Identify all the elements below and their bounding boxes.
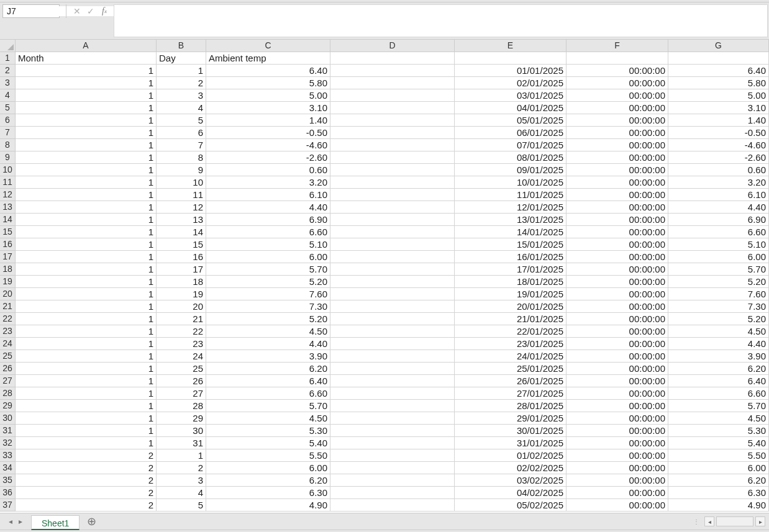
cell-A27[interactable]: 1 [16,375,157,387]
cell-B31[interactable]: 30 [157,425,206,437]
cell-F5[interactable]: 00:00:00 [567,102,668,114]
cell-A8[interactable]: 1 [16,139,157,151]
cell-B14[interactable]: 13 [157,214,206,226]
cell-F35[interactable]: 00:00:00 [567,474,668,487]
cell-F16[interactable]: 00:00:00 [567,238,668,251]
cell-B30[interactable]: 29 [157,412,206,425]
cell-F28[interactable]: 00:00:00 [567,387,668,400]
cell-A31[interactable]: 1 [16,425,157,437]
cell-G17[interactable]: 6.00 [668,251,769,263]
cell-B12[interactable]: 11 [157,189,206,201]
cell-C3[interactable]: 5.80 [206,77,330,89]
cell-C7[interactable]: -0.50 [206,127,330,139]
cell-B13[interactable]: 12 [157,201,206,214]
cell-E34[interactable]: 02/02/2025 [455,462,567,474]
cell-A6[interactable]: 1 [16,114,157,127]
cell-G4[interactable]: 5.00 [668,89,769,102]
cell-G30[interactable]: 4.50 [668,412,769,425]
cell-C16[interactable]: 5.10 [206,238,330,251]
cell-E21[interactable]: 20/01/2025 [455,300,567,313]
cell-F3[interactable]: 00:00:00 [567,77,668,89]
cell-F21[interactable]: 00:00:00 [567,300,668,313]
cell-A33[interactable]: 2 [16,449,157,462]
cell-C15[interactable]: 6.60 [206,226,330,238]
cell-D32[interactable] [330,437,455,449]
row-header-25[interactable]: 25 [0,350,16,363]
cell-G14[interactable]: 6.90 [668,214,769,226]
cell-D31[interactable] [330,425,455,437]
cell-B17[interactable]: 16 [157,251,206,263]
cell-B6[interactable]: 5 [157,114,206,127]
cell-A26[interactable]: 1 [16,363,157,375]
cell-C14[interactable]: 6.90 [206,214,330,226]
cell-G15[interactable]: 6.60 [668,226,769,238]
cell-C34[interactable]: 6.00 [206,462,330,474]
cell-C18[interactable]: 5.70 [206,263,330,276]
cell-B16[interactable]: 15 [157,238,206,251]
cell-G32[interactable]: 5.40 [668,437,769,449]
column-header-B[interactable]: B [157,40,206,52]
row-header-19[interactable]: 19 [0,276,16,288]
cell-G27[interactable]: 6.40 [668,375,769,387]
cell-D20[interactable] [330,288,455,300]
cell-F34[interactable]: 00:00:00 [567,462,668,474]
cell-E6[interactable]: 05/01/2025 [455,114,567,127]
cell-G24[interactable]: 4.40 [668,338,769,350]
cell-F18[interactable]: 00:00:00 [567,263,668,276]
cell-B10[interactable]: 9 [157,164,206,176]
cell-G13[interactable]: 4.40 [668,201,769,214]
horizontal-scrollbar[interactable]: ⋮ ◂ ▸ [689,513,769,530]
cell-D7[interactable] [330,127,455,139]
cell-B29[interactable]: 28 [157,400,206,412]
cell-E30[interactable]: 29/01/2025 [455,412,567,425]
cell-B11[interactable]: 10 [157,176,206,189]
cell-C21[interactable]: 7.30 [206,300,330,313]
cell-E17[interactable]: 16/01/2025 [455,251,567,263]
cell-C37[interactable]: 4.90 [206,499,330,512]
cell-D9[interactable] [330,151,455,164]
cell-D10[interactable] [330,164,455,176]
cell-B20[interactable]: 19 [157,288,206,300]
sheet-tab-sheet1[interactable]: Sheet1 [31,515,80,530]
cell-G20[interactable]: 7.60 [668,288,769,300]
cell-D24[interactable] [330,338,455,350]
cell-F4[interactable]: 00:00:00 [567,89,668,102]
cell-G29[interactable]: 5.70 [668,400,769,412]
row-header-13[interactable]: 13 [0,201,16,214]
cell-F37[interactable]: 00:00:00 [567,499,668,512]
cell-C28[interactable]: 6.60 [206,387,330,400]
cell-D13[interactable] [330,201,455,214]
cell-F29[interactable]: 00:00:00 [567,400,668,412]
cell-F26[interactable]: 00:00:00 [567,363,668,375]
cell-F22[interactable]: 00:00:00 [567,313,668,325]
cell-A35[interactable]: 2 [16,474,157,487]
cell-A14[interactable]: 1 [16,214,157,226]
cell-E32[interactable]: 31/01/2025 [455,437,567,449]
cell-C19[interactable]: 5.20 [206,276,330,288]
row-header-27[interactable]: 27 [0,375,16,387]
cell-B8[interactable]: 7 [157,139,206,151]
cell-G5[interactable]: 3.10 [668,102,769,114]
cell-E27[interactable]: 26/01/2025 [455,375,567,387]
cell-G19[interactable]: 5.20 [668,276,769,288]
cell-F9[interactable]: 00:00:00 [567,151,668,164]
column-header-C[interactable]: C [206,40,330,52]
row-header-30[interactable]: 30 [0,412,16,425]
row-header-4[interactable]: 4 [0,89,16,102]
cell-D8[interactable] [330,139,455,151]
column-header-D[interactable]: D [330,40,455,52]
cell-E13[interactable]: 12/01/2025 [455,201,567,214]
cell-F31[interactable]: 00:00:00 [567,425,668,437]
cell-B33[interactable]: 1 [157,449,206,462]
cell-A9[interactable]: 1 [16,151,157,164]
cell-B18[interactable]: 17 [157,263,206,276]
row-header-11[interactable]: 11 [0,176,16,189]
cell-D37[interactable] [330,499,455,512]
cell-C24[interactable]: 4.40 [206,338,330,350]
row-header-26[interactable]: 26 [0,363,16,375]
cell-B27[interactable]: 26 [157,375,206,387]
row-header-15[interactable]: 15 [0,226,16,238]
cell-D17[interactable] [330,251,455,263]
cell-F10[interactable]: 00:00:00 [567,164,668,176]
cell-A13[interactable]: 1 [16,201,157,214]
